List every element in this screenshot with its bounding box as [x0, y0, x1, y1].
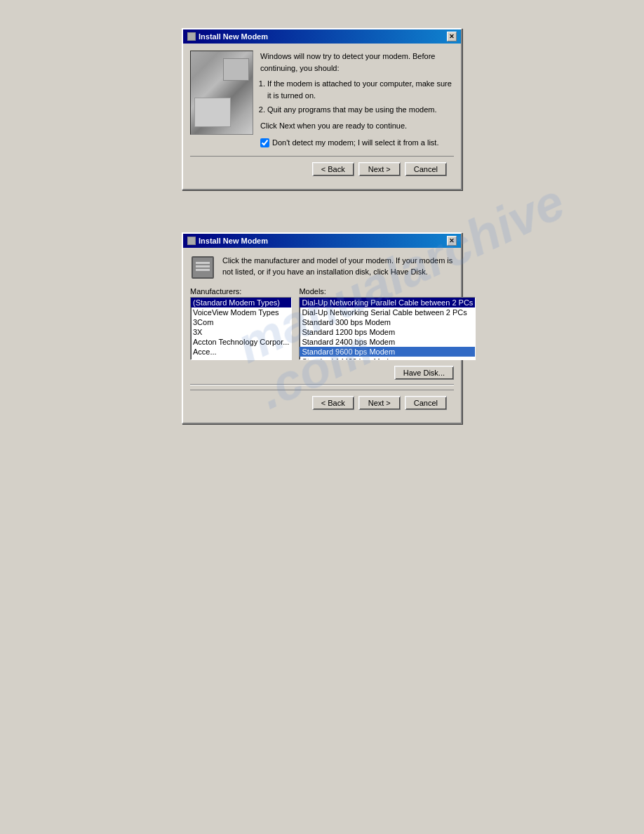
dialog1-step1: If the modem is attached to your compute… [267, 78, 454, 101]
have-disk-button[interactable]: Have Disk... [394, 366, 454, 380]
dialog1-click-next: Click Next when you are ready to continu… [260, 120, 454, 132]
modem-title-icon [187, 32, 196, 41]
manufacturer-item-2[interactable]: 3Com [191, 317, 291, 327]
dialog1-install-modem: Install New Modem ✕ Windows will now try… [182, 28, 462, 190]
manufacturer-item-1[interactable]: VoiceView Modem Types [191, 307, 291, 317]
dialog1-image [190, 51, 253, 135]
dialog1-body: Windows will now try to detect your mode… [183, 44, 461, 189]
manufacturer-item-0[interactable]: (Standard Modem Types) [191, 298, 291, 307]
model-item-2[interactable]: Standard 300 bps Modem [300, 317, 475, 327]
model-item-6[interactable]: Standard 14400 bps Modem [300, 357, 475, 359]
manufacturers-label: Manufacturers: [190, 287, 292, 296]
dialog2-next-button[interactable]: Next > [358, 396, 401, 410]
listboxes-row: Manufacturers: (Standard Modem Types) Vo… [190, 287, 454, 360]
dialog2-cancel-button[interactable]: Cancel [405, 396, 447, 410]
dialog1-back-button[interactable]: < Back [312, 162, 354, 176]
dialog1-content-area: Windows will now try to detect your mode… [190, 51, 454, 149]
dialog2-close-button[interactable]: ✕ [447, 236, 457, 246]
dialog1-cancel-button[interactable]: Cancel [405, 162, 447, 176]
manufacturer-item-4[interactable]: Accton Technology Corpor... [191, 337, 291, 347]
manufacturer-item-5[interactable]: Acce... [191, 347, 291, 357]
dont-detect-checkbox[interactable] [260, 138, 269, 147]
models-section: Models: Dial-Up Networking Parallel Cabl… [299, 287, 476, 360]
dialog2-title: Install New Modem [187, 237, 268, 245]
dialog2-separator [190, 384, 454, 385]
models-list-inner[interactable]: Dial-Up Networking Parallel Cable betwee… [300, 298, 475, 359]
dialog2-modem-icon [190, 255, 215, 280]
models-listbox[interactable]: Dial-Up Networking Parallel Cable betwee… [299, 297, 476, 360]
model-item-3[interactable]: Standard 1200 bps Modem [300, 327, 475, 337]
dialog1-text-area: Windows will now try to detect your mode… [260, 51, 454, 149]
manufacturer-item-3[interactable]: 3X [191, 327, 291, 337]
have-disk-row: Have Disk... [190, 366, 454, 380]
dialog2-body: Click the manufacturer and model of your… [183, 248, 461, 423]
manufacturers-listbox[interactable]: (Standard Modem Types) VoiceView Modem T… [190, 297, 292, 360]
dialog1-titlebar: Install New Modem ✕ [183, 29, 461, 44]
dialog1-step2: Quit any programs that may be using the … [267, 104, 454, 116]
dialog2-description: Click the manufacturer and model of your… [222, 255, 454, 278]
dialog1-steps-list: If the modem is attached to your compute… [267, 78, 454, 116]
dialog1-image-graphic [191, 51, 253, 134]
dialog1-close-button[interactable]: ✕ [447, 32, 457, 41]
model-item-1[interactable]: Dial-Up Networking Serial Cable between … [300, 307, 475, 317]
modem-title-icon2 [187, 237, 196, 245]
model-item-4[interactable]: Standard 2400 bps Modem [300, 337, 475, 347]
dialog1-next-button[interactable]: Next > [358, 162, 401, 176]
manufacturers-section: Manufacturers: (Standard Modem Types) Vo… [190, 287, 292, 360]
dialog1-footer: < Back Next > Cancel [190, 156, 454, 182]
manufacturers-list-inner[interactable]: (Standard Modem Types) VoiceView Modem T… [191, 298, 291, 359]
dialog2-install-modem: Install New Modem ✕ Click the manufactur… [182, 232, 462, 424]
dialog1-checkbox-row: Don't detect my modem; I will select it … [260, 137, 454, 149]
dialog1-title-text: Install New Modem [199, 32, 268, 41]
model-item-5[interactable]: Standard 9600 bps Modem [300, 347, 475, 357]
dialog2-title-text: Install New Modem [199, 237, 268, 245]
dialog2-titlebar: Install New Modem ✕ [183, 234, 461, 248]
modem-graphic [192, 256, 214, 279]
dialog2-content-area: Click the manufacturer and model of your… [190, 255, 454, 280]
models-label: Models: [299, 287, 476, 296]
dont-detect-label: Don't detect my modem; I will select it … [272, 137, 438, 149]
dialog1-title: Install New Modem [187, 32, 268, 41]
dialog2-footer: < Back Next > Cancel [190, 390, 454, 416]
model-item-0[interactable]: Dial-Up Networking Parallel Cable betwee… [300, 298, 475, 307]
dialog2-back-button[interactable]: < Back [312, 396, 354, 410]
dialog1-intro: Windows will now try to detect your mode… [260, 51, 454, 74]
